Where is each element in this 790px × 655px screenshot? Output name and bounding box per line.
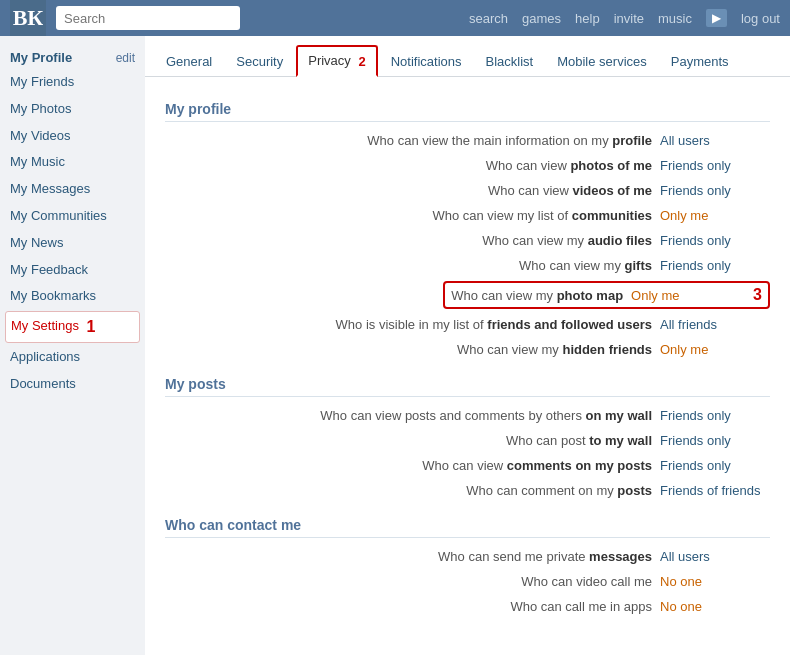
topbar: ВК search games help invite music ▶ log …: [0, 0, 790, 36]
sidebar-item-news[interactable]: My News: [0, 230, 145, 257]
sidebar-item-messages[interactable]: My Messages: [0, 176, 145, 203]
table-row: Who can view comments on my posts Friend…: [165, 453, 770, 478]
tab-payments[interactable]: Payments: [660, 47, 740, 76]
row-value[interactable]: All users: [660, 133, 770, 148]
row-label: Who can video call me: [172, 574, 652, 589]
row-value[interactable]: Friends only: [660, 233, 770, 248]
table-row: Who can call me in apps No one: [165, 594, 770, 619]
sidebar: My Profile edit My Friends My Photos My …: [0, 36, 145, 655]
section-contact-title: Who can contact me: [165, 517, 770, 538]
tab-security[interactable]: Security: [225, 47, 294, 76]
row-label: Who can call me in apps: [172, 599, 652, 614]
row-label: Who can comment on my posts: [172, 483, 652, 498]
sidebar-item-documents[interactable]: Documents: [0, 371, 145, 398]
table-row: Who is visible in my list of friends and…: [165, 312, 770, 337]
table-row: Who can send me private messages All use…: [165, 544, 770, 569]
sidebar-item-friends[interactable]: My Friends: [0, 69, 145, 96]
tab-notifications[interactable]: Notifications: [380, 47, 473, 76]
sidebar-item-feedback[interactable]: My Feedback: [0, 257, 145, 284]
edit-profile-link[interactable]: edit: [116, 51, 135, 65]
table-row: Who can view my list of communities Only…: [165, 203, 770, 228]
row-value[interactable]: All friends: [660, 317, 770, 332]
row-value[interactable]: No one: [660, 574, 770, 589]
sidebar-item-applications[interactable]: Applications: [0, 344, 145, 371]
sidebar-item-videos[interactable]: My Videos: [0, 123, 145, 150]
row-label: Who can view my photo map: [451, 288, 623, 303]
table-row: Who can video call me No one: [165, 569, 770, 594]
row-label: Who can view my gifts: [172, 258, 652, 273]
row-value[interactable]: Friends of friends: [660, 483, 770, 498]
row-label: Who can view my list of communities: [172, 208, 652, 223]
row-label: Who can view videos of me: [172, 183, 652, 198]
badge-2: 2: [358, 54, 365, 69]
search-input[interactable]: [56, 6, 240, 30]
vk-logo-container[interactable]: ВК: [10, 0, 46, 36]
topbar-arrow-button[interactable]: ▶: [706, 9, 727, 27]
badge-3: 3: [753, 286, 762, 304]
tab-blacklist[interactable]: Blacklist: [475, 47, 545, 76]
row-value[interactable]: Only me: [631, 288, 741, 303]
profile-name: My Profile: [10, 50, 72, 65]
section-my-profile-title: My profile: [165, 101, 770, 122]
row-value[interactable]: Only me: [660, 342, 770, 357]
sidebar-item-bookmarks[interactable]: My Bookmarks: [0, 283, 145, 310]
row-label: Who is visible in my list of friends and…: [172, 317, 652, 332]
table-row: Who can view the main information on my …: [165, 128, 770, 153]
table-row: Who can view my audio files Friends only: [165, 228, 770, 253]
row-value[interactable]: Friends only: [660, 408, 770, 423]
table-row: Who can view my hidden friends Only me: [165, 337, 770, 362]
sidebar-item-communities[interactable]: My Communities: [0, 203, 145, 230]
row-label: Who can view comments on my posts: [172, 458, 652, 473]
sidebar-item-photos[interactable]: My Photos: [0, 96, 145, 123]
table-row: Who can view my gifts Friends only: [165, 253, 770, 278]
table-row: Who can view posts and comments by other…: [165, 403, 770, 428]
section-my-posts-title: My posts: [165, 376, 770, 397]
photo-map-highlighted-row: Who can view my photo map Only me 3: [443, 281, 770, 309]
row-value[interactable]: No one: [660, 599, 770, 614]
row-value[interactable]: All users: [660, 549, 770, 564]
tab-privacy[interactable]: Privacy 2: [296, 45, 377, 77]
layout: My Profile edit My Friends My Photos My …: [0, 36, 790, 655]
row-value[interactable]: Friends only: [660, 258, 770, 273]
topbar-logout-link[interactable]: log out: [741, 11, 780, 26]
table-row: Who can view videos of me Friends only: [165, 178, 770, 203]
tab-mobile-services[interactable]: Mobile services: [546, 47, 658, 76]
table-row: Who can post to my wall Friends only: [165, 428, 770, 453]
sidebar-item-settings[interactable]: My Settings 1: [5, 311, 140, 343]
row-value[interactable]: Only me: [660, 208, 770, 223]
topbar-links: search games help invite music ▶ log out: [469, 9, 780, 27]
sidebar-item-music[interactable]: My Music: [0, 149, 145, 176]
topbar-games-link[interactable]: games: [522, 11, 561, 26]
row-label: Who can view photos of me: [172, 158, 652, 173]
row-value[interactable]: Friends only: [660, 433, 770, 448]
topbar-invite-link[interactable]: invite: [614, 11, 644, 26]
topbar-music-link[interactable]: music: [658, 11, 692, 26]
sidebar-header: My Profile edit: [0, 44, 145, 69]
table-row: Who can comment on my posts Friends of f…: [165, 478, 770, 503]
badge-1: 1: [87, 318, 96, 335]
tabs-bar: General Security Privacy 2 Notifications…: [145, 44, 790, 77]
row-label: Who can view my audio files: [172, 233, 652, 248]
tab-general[interactable]: General: [155, 47, 223, 76]
row-value[interactable]: Friends only: [660, 158, 770, 173]
row-label: Who can post to my wall: [172, 433, 652, 448]
row-label: Who can view posts and comments by other…: [172, 408, 652, 423]
row-label: Who can send me private messages: [172, 549, 652, 564]
row-label: Who can view my hidden friends: [172, 342, 652, 357]
row-label: Who can view the main information on my …: [172, 133, 652, 148]
topbar-help-link[interactable]: help: [575, 11, 600, 26]
vk-logo: ВК: [13, 5, 44, 31]
main-content: General Security Privacy 2 Notifications…: [145, 36, 790, 655]
table-row: Who can view photos of me Friends only: [165, 153, 770, 178]
row-value[interactable]: Friends only: [660, 458, 770, 473]
table-row: Who can view my photo map Only me 3: [165, 278, 770, 312]
content-area: My profile Who can view the main informa…: [145, 77, 790, 639]
topbar-search-link[interactable]: search: [469, 11, 508, 26]
row-value[interactable]: Friends only: [660, 183, 770, 198]
